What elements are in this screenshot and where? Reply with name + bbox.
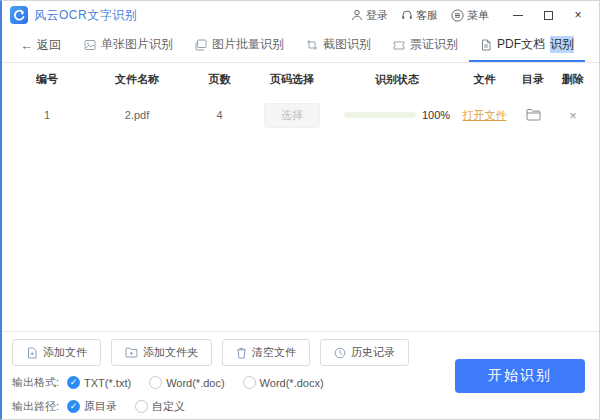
table-row: 1 2.pdf 4 选择 100% 打开文件 ×: [2, 95, 599, 135]
back-label: 返回: [37, 37, 61, 54]
tab-pdf-ocr[interactable]: PDF文档识别: [469, 29, 585, 62]
trash-icon: [236, 347, 247, 359]
row-index: 1: [12, 109, 82, 121]
add-folder-button[interactable]: 添加文件夹: [111, 339, 212, 366]
image-icon: [84, 39, 96, 51]
tab-label: 票证识别: [410, 36, 458, 53]
output-path-label: 输出路径:: [12, 399, 59, 414]
maximize-icon: [544, 11, 553, 20]
radio-format-txt[interactable]: ✓ TXT(*.txt): [67, 376, 131, 389]
progress-track: [344, 112, 416, 118]
column-header-delete: 删除: [554, 72, 592, 87]
radio-label: 自定义: [152, 399, 185, 414]
clear-files-label: 清空文件: [252, 345, 296, 360]
row-filename: 2.pdf: [82, 109, 192, 121]
menu-circle-icon: [451, 9, 464, 22]
menu-button[interactable]: 菜单: [451, 8, 489, 23]
check-mark: ✓: [70, 378, 78, 387]
table-header: 编号 文件名称 页数 页码选择 识别状态 文件 目录 删除: [2, 63, 599, 95]
back-button[interactable]: ← 返回: [8, 29, 73, 62]
add-folder-icon: [125, 347, 138, 358]
column-header-filename: 文件名称: [82, 72, 192, 87]
minimize-button[interactable]: [505, 4, 531, 26]
check-mark: ✓: [70, 402, 78, 411]
menu-label: 菜单: [467, 8, 489, 23]
tab-ticket-ocr[interactable]: 票证识别: [382, 29, 469, 62]
history-label: 历史记录: [351, 345, 395, 360]
radio-label: TXT(*.txt): [84, 377, 131, 389]
user-icon: [351, 9, 363, 21]
headset-icon: [401, 9, 413, 21]
app-window: 风云OCR文字识别 登录 客服 菜单 × ← 返回: [0, 0, 600, 420]
file-list-empty-area: [2, 135, 599, 331]
open-directory-button[interactable]: [526, 108, 541, 121]
login-button[interactable]: 登录: [351, 8, 388, 23]
output-path-row: 输出路径: ✓ 原目录 自定义: [12, 399, 589, 414]
start-recognition-button[interactable]: 开始识别: [455, 359, 585, 393]
open-file-link[interactable]: 打开文件: [463, 109, 507, 121]
radio-path-custom[interactable]: 自定义: [135, 399, 185, 414]
row-pages: 4: [192, 109, 247, 121]
bottom-bar: 添加文件 添加文件夹 清空文件 历史记录 输出格式: ✓ TXT(*.txt): [2, 331, 599, 420]
recognition-progress: 100%: [337, 109, 457, 121]
page-select-button[interactable]: 选择: [264, 103, 320, 128]
radio-label: Word(*.doc): [166, 377, 224, 389]
batch-images-icon: [195, 39, 207, 51]
radio-checked-icon: ✓: [67, 400, 80, 413]
ticket-icon: [393, 39, 405, 51]
radio-label: 原目录: [84, 399, 117, 414]
progress-percent: 100%: [422, 109, 450, 121]
delete-row-button[interactable]: ×: [569, 108, 577, 123]
add-folder-label: 添加文件夹: [143, 345, 198, 360]
title-bar: 风云OCR文字识别 登录 客服 菜单 ×: [2, 1, 599, 29]
radio-format-doc[interactable]: Word(*.doc): [149, 376, 224, 389]
history-button[interactable]: 历史记录: [320, 339, 409, 366]
radio-label: Word(*.docx): [260, 377, 324, 389]
radio-unchecked-icon: [135, 400, 148, 413]
tab-label: 单张图片识别: [101, 36, 173, 53]
radio-format-docx[interactable]: Word(*.docx): [243, 376, 324, 389]
tab-batch-image-ocr[interactable]: 图片批量识别: [184, 29, 295, 62]
add-file-icon: [26, 347, 38, 359]
crop-icon: [306, 39, 318, 51]
minimize-icon: [513, 15, 523, 16]
column-header-pages: 页数: [192, 72, 247, 87]
support-label: 客服: [416, 8, 438, 23]
radio-unchecked-icon: [149, 376, 162, 389]
add-file-label: 添加文件: [43, 345, 87, 360]
tab-label: 图片批量识别: [212, 36, 284, 53]
radio-path-original[interactable]: ✓ 原目录: [67, 399, 117, 414]
login-label: 登录: [366, 8, 388, 23]
tab-label: PDF文档: [497, 36, 545, 53]
app-title: 风云OCR文字识别: [34, 7, 137, 24]
back-arrow-icon: ←: [20, 38, 33, 53]
column-header-page-select: 页码选择: [247, 72, 337, 87]
pdf-document-icon: [480, 39, 492, 51]
window-controls: ×: [505, 4, 591, 26]
clear-files-button[interactable]: 清空文件: [222, 339, 310, 366]
tab-label-highlighted: 识别: [550, 36, 574, 53]
tab-single-image-ocr[interactable]: 单张图片识别: [73, 29, 184, 62]
output-format-label: 输出格式:: [12, 375, 59, 390]
maximize-button[interactable]: [535, 4, 561, 26]
user-actions: 登录 客服 菜单: [351, 8, 489, 23]
radio-checked-icon: ✓: [67, 376, 80, 389]
app-logo-icon: [10, 6, 28, 24]
column-header-directory: 目录: [512, 72, 554, 87]
column-header-index: 编号: [12, 72, 82, 87]
column-header-status: 识别状态: [337, 72, 457, 87]
close-button[interactable]: ×: [565, 4, 591, 26]
clock-icon: [334, 347, 346, 359]
support-button[interactable]: 客服: [401, 8, 438, 23]
tab-screenshot-ocr[interactable]: 截图识别: [295, 29, 382, 62]
close-icon: ×: [574, 8, 581, 22]
column-header-file: 文件: [457, 72, 512, 87]
tab-label: 截图识别: [323, 36, 371, 53]
radio-unchecked-icon: [243, 376, 256, 389]
add-file-button[interactable]: 添加文件: [12, 339, 101, 366]
folder-icon: [526, 108, 541, 121]
tab-bar: ← 返回 单张图片识别 图片批量识别 截图识别 票证识别 PDF文档识别: [2, 29, 599, 63]
